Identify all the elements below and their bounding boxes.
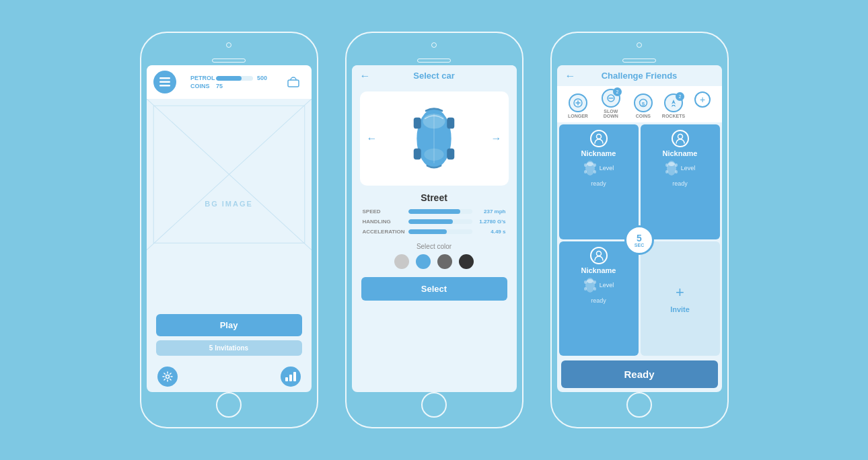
speed-row: SPEED 237 mph [363,208,506,215]
slowdown-label: SLOW DOWN [598,109,624,118]
rockets-icon[interactable]: 2 [664,93,683,112]
svg-point-32 [678,135,682,139]
player3-name: Nickname [581,266,616,274]
player1-level: Level [600,165,614,171]
phone2-home-button[interactable] [421,392,447,418]
speed-label: SPEED [363,208,404,215]
timer-value: 5 [637,233,642,243]
coins-icon[interactable]: $ [634,93,653,112]
speed-bar-fill [408,209,461,214]
handling-bar-fill [408,219,454,224]
color-option-gray[interactable] [394,254,409,269]
invite-card[interactable]: + Invite [641,241,720,356]
coins-label: COINS [190,83,212,89]
petrol-bar-fill [216,76,242,81]
svg-rect-35 [665,163,668,167]
menu-icon[interactable] [153,71,176,93]
phone1-bg-area: BG IMAGE [147,99,312,309]
player2-name: Nickname [663,149,698,157]
slowdown-icon[interactable]: 2 [602,89,620,108]
color-section-title: Select color [352,243,517,250]
svg-rect-36 [675,163,678,167]
acceleration-row: ACCELERATION 4.49 s [363,229,506,235]
car-next-button[interactable]: → [491,132,502,145]
slowdown-badge: 2 [613,87,622,96]
invite-label: Invite [670,305,690,313]
phone2-top [347,33,522,63]
phone3-camera [637,42,642,48]
ready-button[interactable]: Ready [561,360,718,388]
player-card-2: Nickname Level ready [641,124,720,239]
countdown-timer: 5 SEC [624,225,654,255]
svg-rect-16 [414,118,421,129]
svg-point-39 [596,251,601,256]
svg-rect-17 [447,118,454,129]
stats-icon[interactable] [281,367,301,387]
coins-value: 75 [216,83,223,89]
add-powerup-button[interactable]: + [694,91,711,108]
speed-bar [408,209,472,214]
player3-car: Level [583,276,614,294]
powerup-rockets: 2 ROCKETS [662,93,685,118]
color-option-black[interactable] [459,254,474,269]
svg-rect-29 [593,163,596,167]
svg-rect-30 [584,170,587,174]
player2-car: Level [665,159,696,177]
phone2-back-button[interactable]: ← [360,70,371,82]
coins-label: COINS [636,114,651,118]
powerup-longer: LONGER [568,93,588,118]
svg-rect-9 [289,375,292,381]
powerup-slowdown: 2 SLOW DOWN [598,89,624,118]
select-button[interactable]: Select [361,277,507,301]
car-stats: SPEED 237 mph HANDLING 1.2780 G's ACCELE… [352,208,517,239]
phone1-speaker [212,59,246,63]
powerup-coins: $ COINS [634,93,653,118]
play-button[interactable]: Play [156,314,302,336]
longer-icon[interactable] [569,93,587,112]
acceleration-bar-fill [408,229,447,234]
phone3-back-button[interactable]: ← [565,70,576,82]
rockets-label: ROCKETS [662,114,685,118]
color-option-blue[interactable] [416,254,431,269]
rockets-badge: 2 [676,92,684,101]
player1-car: Level [583,159,614,177]
player-card-3: Nickname Level ready [559,241,639,356]
phone1-screen: PETROL 500 COINS 75 [147,65,312,392]
svg-rect-42 [584,280,587,284]
petrol-bar [216,76,253,81]
settings-icon[interactable] [157,367,178,387]
phone3-home-button[interactable] [626,392,652,418]
car-prev-button[interactable]: ← [367,132,377,145]
svg-rect-37 [665,170,668,174]
powerups-bar: LONGER 2 SLOW DOWN [557,86,722,122]
svg-point-25 [596,135,601,139]
phone1-home-button[interactable] [216,392,242,418]
color-options [352,254,517,269]
invitations-button[interactable]: 5 Invitations [156,340,302,356]
phone1-top [141,33,317,63]
phone-1: PETROL 500 COINS 75 [140,32,318,428]
phone-2: ← Select car ← [345,32,523,428]
speed-value: 237 mph [476,208,506,215]
player3-level: Level [600,282,614,289]
shop-icon[interactable] [282,71,305,93]
petrol-value: 500 [257,75,267,81]
svg-rect-18 [414,149,421,160]
svg-rect-8 [285,377,288,381]
player2-level: Level [681,165,696,171]
acceleration-label: ACCELERATION [363,229,404,235]
player1-name: Nickname [581,149,616,157]
phone3-top [552,33,727,63]
color-option-darkgray[interactable] [437,254,452,269]
phone3-speaker [622,59,656,63]
phone1-stats: PETROL 500 COINS 75 [190,75,267,89]
phones-container: PETROL 500 COINS 75 [140,32,729,428]
svg-point-27 [587,162,593,166]
phone2-camera [431,42,437,48]
car-name: Street [352,192,517,203]
petrol-label: PETROL [190,75,212,81]
players-grid: Nickname Level ready [557,122,722,358]
phone1-bottom-bar [147,362,312,392]
svg-rect-43 [593,280,596,284]
svg-text:$: $ [642,101,645,107]
